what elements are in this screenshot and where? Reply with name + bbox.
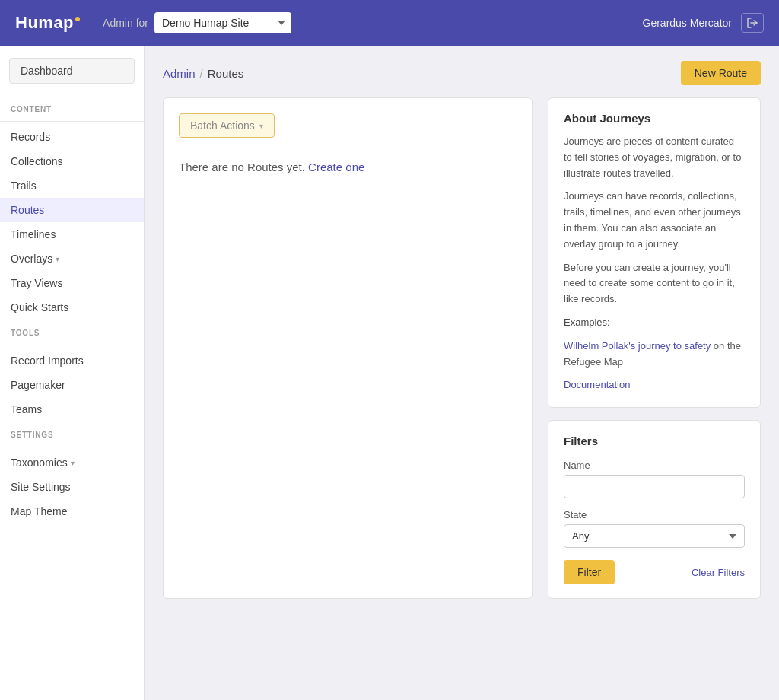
about-journeys-body: Journeys are pieces of content curated t…: [564, 134, 745, 393]
sidebar-item-site-settings[interactable]: Site Settings: [0, 475, 144, 499]
clear-filters-link[interactable]: Clear Filters: [692, 567, 745, 578]
empty-state-text: There are no Routes yet. Create one: [179, 153, 517, 189]
admin-label: Admin for: [103, 17, 148, 29]
app-header: Humap Admin for Demo Humap Site Gerardus…: [0, 0, 779, 46]
name-filter-input[interactable]: [564, 475, 745, 498]
documentation-link[interactable]: Documentation: [564, 379, 630, 390]
sidebar-item-records[interactable]: Records: [0, 125, 144, 149]
chevron-down-icon: ▾: [259, 122, 263, 130]
new-route-button[interactable]: New Route: [681, 61, 761, 85]
logo-text: Humap: [15, 13, 74, 33]
content-grid: Batch Actions ▾ There are no Routes yet.…: [163, 97, 761, 599]
sidebar-section-content: CONTENT: [0, 96, 144, 118]
logout-icon[interactable]: [741, 13, 764, 33]
state-filter-select[interactable]: Any Draft Published Archived: [564, 524, 745, 548]
breadcrumb-admin-link[interactable]: Admin: [163, 67, 196, 80]
sidebar-item-collections[interactable]: Collections: [0, 149, 144, 173]
logo: Humap: [15, 13, 80, 33]
breadcrumb-separator: /: [200, 67, 203, 80]
sidebar: Dashboard CONTENT Records Collections Tr…: [0, 46, 145, 700]
batch-actions-label: Batch Actions: [190, 119, 255, 132]
breadcrumb: Admin / Routes: [163, 67, 243, 80]
routes-panel: Batch Actions ▾ There are no Routes yet.…: [163, 97, 533, 599]
site-selector[interactable]: Demo Humap Site: [154, 12, 291, 33]
logo-dot: [75, 17, 80, 21]
sidebar-item-tray-views[interactable]: Tray Views: [0, 271, 144, 295]
breadcrumb-bar: Admin / Routes New Route: [163, 61, 761, 85]
sidebar-item-pagemaker[interactable]: Pagemaker: [0, 373, 144, 397]
sidebar-item-timelines[interactable]: Timelines: [0, 222, 144, 247]
sidebar-section-tools: TOOLS: [0, 320, 144, 342]
chevron-down-icon: ▾: [56, 255, 59, 263]
right-panels: About Journeys Journeys are pieces of co…: [548, 97, 761, 599]
example-journey-link[interactable]: Wilhelm Pollak's journey to safety: [564, 340, 711, 352]
filters-title: Filters: [564, 434, 745, 447]
user-name: Gerardus Mercator: [643, 17, 732, 29]
sidebar-section-settings: SETTINGS: [0, 422, 144, 444]
sidebar-item-teams[interactable]: Teams: [0, 397, 144, 422]
sidebar-item-dashboard[interactable]: Dashboard: [9, 58, 135, 84]
sidebar-item-quick-starts[interactable]: Quick Starts: [0, 295, 144, 320]
about-journeys-card: About Journeys Journeys are pieces of co…: [548, 97, 761, 408]
filter-button[interactable]: Filter: [564, 560, 615, 584]
sidebar-item-routes[interactable]: Routes: [0, 198, 144, 222]
filters-card: Filters Name State Any Draft Published A…: [548, 420, 761, 599]
about-journeys-title: About Journeys: [564, 112, 745, 125]
sidebar-item-taxonomies[interactable]: Taxonomies ▾: [0, 450, 144, 475]
sidebar-item-map-theme[interactable]: Map Theme: [0, 499, 144, 523]
sidebar-item-record-imports[interactable]: Record Imports: [0, 348, 144, 373]
name-filter-label: Name: [564, 460, 745, 471]
chevron-down-icon: ▾: [71, 459, 75, 467]
filter-actions: Filter Clear Filters: [564, 560, 745, 584]
sidebar-item-overlays[interactable]: Overlays ▾: [0, 247, 144, 271]
create-one-link[interactable]: Create one: [308, 161, 364, 173]
state-filter-label: State: [564, 509, 745, 520]
examples-label: Examples:: [564, 315, 745, 331]
batch-actions-button[interactable]: Batch Actions ▾: [179, 113, 275, 138]
main-content: Admin / Routes New Route Batch Actions ▾…: [145, 46, 779, 700]
name-filter-field: Name: [564, 460, 745, 498]
sidebar-item-trails[interactable]: Trails: [0, 173, 144, 198]
page-layout: Dashboard CONTENT Records Collections Tr…: [0, 46, 779, 700]
state-filter-field: State Any Draft Published Archived: [564, 509, 745, 548]
breadcrumb-current: Routes: [208, 67, 244, 80]
